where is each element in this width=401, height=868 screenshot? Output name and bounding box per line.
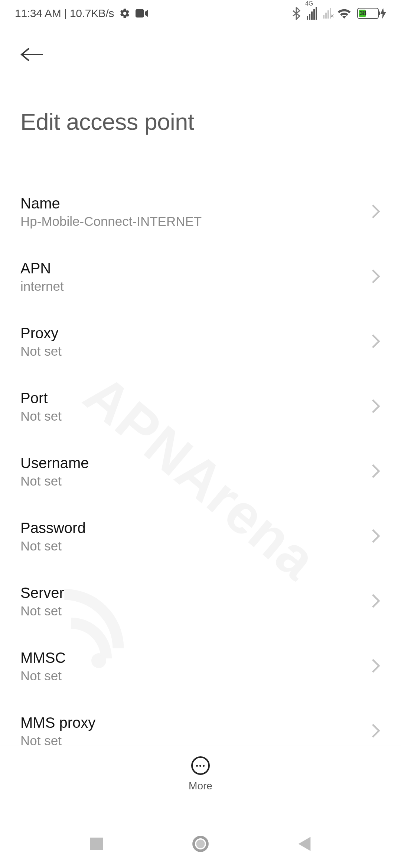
- row-mmsc[interactable]: MMSC Not set: [20, 634, 381, 699]
- chevron-right-icon: [371, 658, 381, 675]
- battery-icon: 38: [357, 8, 386, 19]
- row-value: internet: [20, 279, 64, 294]
- system-nav-bar: [0, 820, 401, 868]
- row-label: Server: [20, 585, 64, 601]
- bottom-action-bar: More: [0, 746, 401, 820]
- status-right: 4G × 38: [292, 7, 386, 20]
- bluetooth-icon: [292, 7, 301, 20]
- signal-nosim-icon: ×: [323, 8, 331, 19]
- row-label: Port: [20, 390, 62, 407]
- row-label: Name: [20, 195, 202, 212]
- row-value: Not set: [20, 474, 89, 489]
- settings-list: Name Hp-Mobile-Connect-INTERNET APN inte…: [0, 180, 401, 746]
- chevron-right-icon: [371, 398, 381, 415]
- row-label: Username: [20, 455, 89, 471]
- status-bar: 11:34 AM | 10.7KB/s 4G ×: [0, 0, 401, 27]
- page-title: Edit access point: [20, 108, 381, 135]
- gear-icon: [119, 8, 130, 19]
- row-proxy[interactable]: Proxy Not set: [20, 309, 381, 374]
- row-value: Not set: [20, 604, 64, 618]
- row-value: Not set: [20, 539, 86, 553]
- row-port[interactable]: Port Not set: [20, 374, 381, 439]
- row-label: Password: [20, 520, 86, 536]
- svg-rect-0: [136, 9, 144, 18]
- status-time: 11:34 AM | 10.7KB/s: [15, 7, 114, 20]
- row-label: APN: [20, 260, 64, 277]
- row-name[interactable]: Name Hp-Mobile-Connect-INTERNET: [20, 180, 381, 244]
- row-value: Not set: [20, 668, 66, 683]
- row-value: Hp-Mobile-Connect-INTERNET: [20, 214, 202, 229]
- row-username[interactable]: Username Not set: [20, 439, 381, 504]
- chevron-right-icon: [371, 204, 381, 221]
- row-server[interactable]: Server Not set: [20, 569, 381, 634]
- chevron-right-icon: [371, 463, 381, 480]
- more-label: More: [189, 780, 212, 792]
- more-icon: [191, 756, 210, 775]
- row-password[interactable]: Password Not set: [20, 504, 381, 569]
- svg-point-4: [196, 840, 205, 848]
- row-label: Proxy: [20, 325, 62, 342]
- row-label: MMSC: [20, 650, 66, 666]
- chevron-right-icon: [371, 723, 381, 740]
- row-value: Not set: [20, 344, 62, 359]
- nav-recent-button[interactable]: [88, 835, 105, 853]
- wifi-icon: [337, 8, 351, 19]
- chevron-right-icon: [371, 528, 381, 545]
- row-apn[interactable]: APN internet: [20, 244, 381, 309]
- video-icon: [136, 9, 148, 18]
- row-value: Not set: [20, 733, 95, 746]
- signal-4g-icon: 4G: [307, 7, 317, 20]
- chevron-right-icon: [371, 333, 381, 351]
- status-left: 11:34 AM | 10.7KB/s: [15, 7, 148, 20]
- chevron-right-icon: [371, 269, 381, 286]
- row-label: MMS proxy: [20, 714, 95, 731]
- svg-rect-2: [90, 838, 103, 850]
- chevron-right-icon: [371, 593, 381, 610]
- row-mms-proxy[interactable]: MMS proxy Not set: [20, 699, 381, 746]
- back-button[interactable]: [20, 42, 46, 68]
- nav-home-button[interactable]: [192, 835, 209, 853]
- nav-back-button[interactable]: [296, 835, 313, 853]
- header: Edit access point: [0, 27, 401, 135]
- row-value: Not set: [20, 409, 62, 424]
- more-button[interactable]: More: [189, 756, 212, 792]
